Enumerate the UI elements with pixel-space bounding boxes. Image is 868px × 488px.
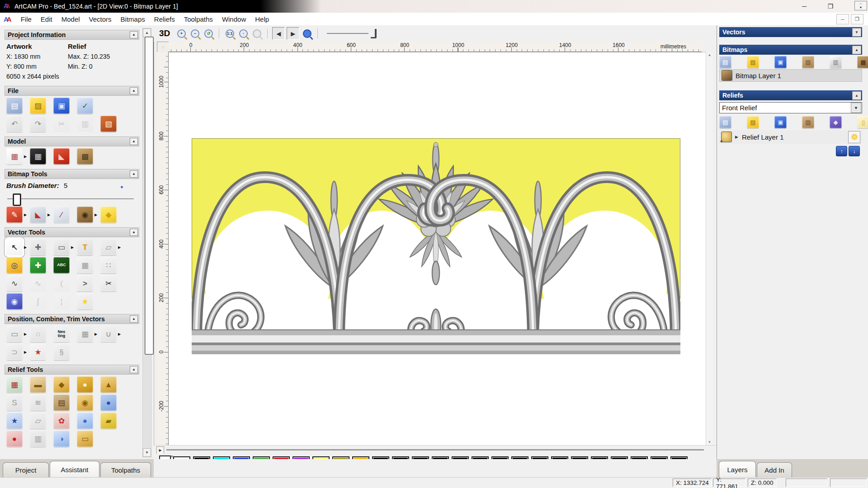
paint-icon[interactable]: ✎	[6, 206, 23, 223]
scroll-down-icon[interactable]: ▼	[143, 448, 151, 457]
bitmap-layer-item[interactable]: Bitmap Layer 1	[719, 69, 862, 82]
snap-left-toggle-icon[interactable]: ◀	[272, 27, 285, 40]
flyout-arrow-icon[interactable]: ▶	[71, 245, 74, 249]
collapse-section-icon[interactable]: ▲	[852, 46, 861, 54]
flood-fill-icon[interactable]: ◣	[30, 206, 46, 223]
delete-relief-icon[interactable]: ▨	[802, 116, 814, 128]
interlock-vectors-icon[interactable]: §	[53, 344, 70, 360]
convert-text-icon[interactable]: ABC	[53, 257, 70, 273]
menu-reliefs[interactable]: Reliefs	[150, 14, 179, 24]
snap-right-toggle-icon[interactable]: ▶	[287, 27, 299, 40]
create-star-icon[interactable]: ★	[77, 293, 93, 310]
zoom-in-icon[interactable]: +	[175, 28, 187, 39]
scrollbar-thumb[interactable]	[145, 37, 153, 354]
sculpt-chisel-icon[interactable]: ▬	[30, 376, 46, 393]
flyout-arrow-icon[interactable]: ▶	[118, 332, 121, 336]
model-bitmap-preview-icon[interactable]: ▦	[30, 148, 46, 164]
transform-vectors-icon[interactable]: ✚	[30, 239, 46, 255]
relief-layer-item[interactable]: ▶ Relief Layer 1	[719, 130, 862, 144]
new-relief-layer-icon[interactable]: ▤	[719, 116, 731, 128]
relief-wizard-icon[interactable]: ▦	[6, 376, 23, 393]
menu-model[interactable]: Model	[57, 14, 85, 24]
layer-stack-icon[interactable]: ▰	[100, 413, 117, 429]
gray-relief-tool-icon[interactable]: ▥	[30, 431, 46, 447]
view-3d-button[interactable]: 3D	[159, 28, 170, 38]
open-bitmap-icon[interactable]: ▨	[747, 56, 759, 68]
bitmaps-section-header[interactable]: Bitmaps ▲	[719, 45, 862, 55]
zoom-previous-icon[interactable]: ↺	[203, 28, 214, 39]
flyout-arrow-icon[interactable]: ▶	[24, 350, 27, 354]
set-model-size-icon[interactable]: ▦	[6, 148, 23, 164]
zoom-slider[interactable]	[327, 28, 377, 39]
collapse-section-button[interactable]: ▲	[130, 138, 138, 145]
zoom-selection-icon[interactable]	[251, 28, 263, 39]
colour-picker-icon[interactable]: ∕	[53, 206, 70, 223]
collapse-section-button[interactable]: ▲	[130, 229, 138, 236]
zoom-fit-icon[interactable]: ▫	[237, 28, 249, 39]
cut-icon[interactable]: ✂	[53, 116, 70, 132]
collapse-section-button[interactable]: ▲	[130, 170, 138, 178]
envelope-relief-icon[interactable]: ▱	[30, 413, 46, 429]
gradient-layer-icon[interactable]: ▥	[830, 56, 842, 68]
eraser-icon[interactable]: ◆	[100, 206, 117, 223]
vectors-section-header[interactable]: Vectors ▼	[719, 27, 862, 37]
flyout-arrow-icon[interactable]: ▶	[24, 245, 27, 249]
scroll-up-icon[interactable]: ▲	[707, 53, 712, 57]
reliefs-section-header[interactable]: Reliefs ▲	[719, 90, 862, 100]
menu-help[interactable]: Help	[250, 14, 274, 24]
collapse-section-button[interactable]: ▲	[130, 315, 138, 323]
flyout-arrow-icon[interactable]: ▶	[24, 155, 27, 159]
scrollbar-thumb[interactable]	[166, 449, 704, 450]
blue-relief-tool-icon[interactable]: ◑	[53, 431, 70, 447]
redo-icon[interactable]: ↷	[30, 116, 46, 132]
zoom-out-icon[interactable]: −	[189, 28, 201, 39]
stamp-relief-icon[interactable]: ◉	[77, 394, 93, 411]
zoom-1to1-icon[interactable]: 1:1	[224, 28, 236, 39]
menu-file[interactable]: File	[16, 14, 36, 24]
layer-visibility-bulb-button[interactable]	[848, 131, 860, 143]
child-restore-button-icon[interactable]: ❐	[851, 14, 863, 24]
tab-layers[interactable]: Layers	[719, 461, 756, 478]
move-layer-up-button[interactable]: ↑	[836, 146, 847, 156]
canvas-vertical-scrollbar[interactable]: ▲ ▼	[706, 52, 713, 445]
flyout-arrow-icon[interactable]: ▶	[118, 245, 121, 249]
menu-window[interactable]: Window	[217, 14, 250, 24]
headboard-relief-artwork[interactable]: .t1{fill:none;stroke:#6e6e6e;stroke-widt…	[192, 138, 680, 354]
smooth-relief-icon[interactable]: S	[6, 394, 23, 411]
minimize-button-icon[interactable]: ─	[797, 3, 812, 10]
weld-vectors-icon[interactable]: ∪	[100, 326, 117, 342]
texture-flow-icon[interactable]: ★	[30, 344, 46, 360]
sphere-relief-icon[interactable]: ●	[77, 413, 93, 429]
node-editing-icon[interactable]: ✚	[30, 257, 46, 273]
save-relief-icon[interactable]: ▣	[774, 116, 787, 128]
collapse-section-button[interactable]: ▲	[130, 31, 138, 38]
slider-thumb[interactable]	[13, 194, 21, 206]
measure-icon[interactable]: ◎	[6, 257, 23, 273]
gold-relief-tool-icon[interactable]: ▭	[77, 431, 93, 447]
undo-icon[interactable]: ↶	[6, 116, 23, 132]
bend-vectors-icon[interactable]: ∫	[30, 293, 46, 310]
open-model-icon[interactable]: ▨	[30, 98, 46, 114]
new-bitmap-layer-icon[interactable]: ▤	[719, 56, 731, 68]
assistant-scrollbar[interactable]: ▲ ▼	[142, 28, 151, 457]
paste-relief-icon[interactable]: ●	[100, 394, 117, 411]
texture-weave-icon[interactable]: ≋	[30, 394, 46, 411]
pan-view-icon[interactable]	[301, 28, 313, 39]
create-text-icon[interactable]: T	[77, 239, 93, 255]
red-relief-tool-icon[interactable]: ●	[6, 431, 23, 447]
flyout-arrow-icon[interactable]: ▶	[94, 332, 97, 336]
model-properties-icon[interactable]: ✓	[77, 98, 93, 114]
open-relief-icon[interactable]: ▨	[747, 116, 759, 128]
flyout-arrow-icon[interactable]: ▶	[94, 213, 97, 217]
menu-vectors[interactable]: Vectors	[85, 14, 116, 24]
child-minimize-button-icon[interactable]: ─	[836, 14, 849, 24]
scroll-up-icon[interactable]: ▲	[143, 28, 151, 37]
flyout-arrow-icon[interactable]: ▶	[47, 213, 50, 217]
ornament-tool-icon[interactable]: ◆	[53, 376, 70, 393]
save-bitmap-icon[interactable]: ▣	[774, 56, 787, 68]
ruler-units-button[interactable]: ─▼	[854, 1, 867, 10]
create-arc-icon[interactable]: (	[53, 275, 70, 291]
cut-vectors-icon[interactable]: ✂	[100, 275, 117, 291]
star-relief-icon[interactable]: ★	[6, 413, 23, 429]
palette-icon[interactable]: ◉	[77, 206, 93, 223]
